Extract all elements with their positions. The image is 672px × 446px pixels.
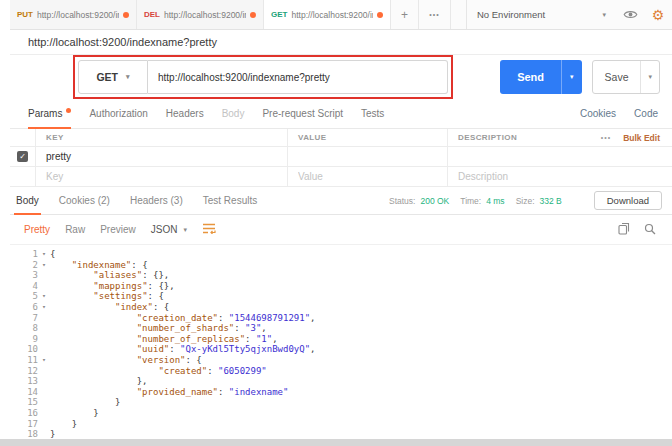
line-number: 4: [16, 281, 38, 292]
unsaved-dot-icon: [123, 12, 129, 18]
size-label: Size:: [516, 196, 535, 206]
code-link[interactable]: Code: [634, 108, 658, 119]
url-input[interactable]: [148, 60, 448, 94]
header-key-cell: KEY: [36, 129, 288, 146]
bottom-scrollbar[interactable]: [0, 439, 672, 446]
tab-method-label: PUT: [17, 10, 33, 19]
environment-selector[interactable]: No Environment ▾: [466, 0, 616, 29]
method-label: GET: [96, 71, 118, 83]
copy-icon[interactable]: [618, 222, 630, 237]
response-body: 1▾{2▾ "indexname": {3 "aliases": {},4 "m…: [10, 245, 672, 440]
new-tab-button[interactable]: +: [391, 0, 419, 29]
bulk-edit-button[interactable]: Bulk Edit: [623, 133, 660, 143]
fold-spacer: [38, 334, 50, 345]
time-value: 4 ms: [486, 196, 504, 206]
tab-tests[interactable]: Tests: [361, 99, 384, 128]
new-param-value-input[interactable]: [298, 171, 447, 182]
response-tab-cookies[interactable]: Cookies (2): [57, 187, 112, 214]
line-number: 1: [16, 249, 38, 260]
view-preview-tab[interactable]: Preview: [100, 224, 136, 235]
save-label: Save: [593, 61, 641, 93]
line-number: 10: [16, 344, 38, 355]
tab-headers[interactable]: Headers: [166, 99, 204, 128]
settings-button[interactable]: ⚙: [644, 0, 672, 29]
tab-options-button[interactable]: •••: [419, 0, 451, 29]
line-number: 7: [16, 313, 38, 324]
time-label: Time:: [460, 196, 481, 206]
postman-window: PUT http://localhost:9200/indexna DEL ht…: [0, 0, 672, 446]
tab-params-label: Params: [28, 108, 62, 119]
request-tab-del[interactable]: DEL http://localhost:9200/indexna: [137, 0, 264, 29]
param-key-input[interactable]: [46, 151, 287, 162]
code-line: 8 "number_of_shards": "3",: [16, 323, 672, 334]
header-actions: ••• Bulk Edit: [601, 133, 672, 143]
code-text: "indexname": {: [50, 260, 148, 271]
params-more-button[interactable]: •••: [601, 134, 611, 141]
line-number: 11: [16, 355, 38, 366]
tab-authorization[interactable]: Authorization: [89, 99, 147, 128]
param-description-input[interactable]: [458, 151, 672, 162]
new-param-key-input[interactable]: [46, 171, 287, 182]
fold-arrow-icon[interactable]: ▾: [38, 302, 50, 313]
fold-spacer: [38, 387, 50, 398]
code-line: 11▾ "version": {: [16, 355, 672, 366]
view-pretty-tab[interactable]: Pretty: [24, 224, 50, 235]
line-number: 3: [16, 270, 38, 281]
code-line: 2▾ "indexname": {: [16, 260, 672, 271]
code-line: 1▾{: [16, 249, 672, 260]
tab-prerequest-script[interactable]: Pre-request Script: [262, 99, 343, 128]
code-line: 12 "created": "6050299": [16, 366, 672, 377]
row-key-cell: [36, 147, 288, 166]
param-value-input[interactable]: [298, 151, 447, 162]
response-tab-headers[interactable]: Headers (3): [128, 187, 185, 214]
send-options-chevron-icon[interactable]: ▾: [561, 60, 582, 94]
wrap-lines-icon[interactable]: [202, 223, 216, 236]
line-number: 17: [16, 419, 38, 430]
line-number: 15: [16, 397, 38, 408]
tab-params[interactable]: Params: [28, 99, 71, 128]
fold-spacer: [38, 376, 50, 387]
code-line: 6▾ "index": {: [16, 302, 672, 313]
format-select[interactable]: JSON ▾: [151, 224, 187, 235]
save-button[interactable]: Save ▾: [592, 60, 660, 94]
code-text: "settings": {: [50, 291, 164, 302]
search-icon[interactable]: [644, 223, 656, 237]
size-value: 332 B: [540, 196, 562, 206]
fold-arrow-icon[interactable]: ▾: [38, 355, 50, 366]
code-text: "uuid": "Qx-yKdl5Tty5qjxnBwd0yQ",: [50, 344, 316, 355]
status-label: Status:: [389, 196, 415, 206]
tab-bar: PUT http://localhost:9200/indexna DEL ht…: [10, 0, 672, 30]
environment-quick-look-button[interactable]: [616, 0, 644, 29]
unsaved-dot-icon: [250, 12, 256, 18]
request-tab-put[interactable]: PUT http://localhost:9200/indexna: [10, 0, 137, 29]
tab-url-label: http://localhost:9200/indexna: [164, 10, 246, 20]
code-text: }: [50, 408, 99, 419]
new-param-description-input[interactable]: [458, 171, 672, 182]
view-raw-tab[interactable]: Raw: [65, 224, 85, 235]
app-area: PUT http://localhost:9200/indexna DEL ht…: [10, 0, 672, 440]
response-tab-body[interactable]: Body: [14, 187, 41, 214]
fold-arrow-icon[interactable]: ▾: [38, 260, 50, 271]
params-row: ✓: [10, 147, 672, 167]
send-button[interactable]: Send ▾: [500, 60, 581, 94]
fold-spacer: [38, 313, 50, 324]
line-number: 13: [16, 376, 38, 387]
fold-arrow-icon[interactable]: ▾: [38, 291, 50, 302]
save-options-chevron-icon[interactable]: ▾: [640, 61, 659, 93]
eye-icon: [623, 6, 638, 24]
code-line: 7 "creation_date": "1544698791291",: [16, 313, 672, 324]
cookies-link[interactable]: Cookies: [580, 108, 616, 119]
param-enabled-checkbox[interactable]: ✓: [17, 151, 28, 162]
header-description-cell: DESCRIPTION ••• Bulk Edit: [448, 129, 672, 146]
code-text: {: [50, 249, 55, 260]
code-text: }: [50, 419, 77, 430]
line-number: 8: [16, 323, 38, 334]
line-number: 6: [16, 302, 38, 313]
fold-arrow-icon[interactable]: ▾: [38, 249, 50, 260]
method-select[interactable]: GET ▾: [78, 60, 148, 94]
tab-body[interactable]: Body: [222, 99, 245, 128]
download-button[interactable]: Download: [594, 191, 662, 210]
request-tab-get[interactable]: GET http://localhost:9200/indexna: [264, 0, 391, 29]
code-text: "provided_name": "indexname": [50, 387, 288, 398]
response-tab-test-results[interactable]: Test Results: [201, 187, 259, 214]
